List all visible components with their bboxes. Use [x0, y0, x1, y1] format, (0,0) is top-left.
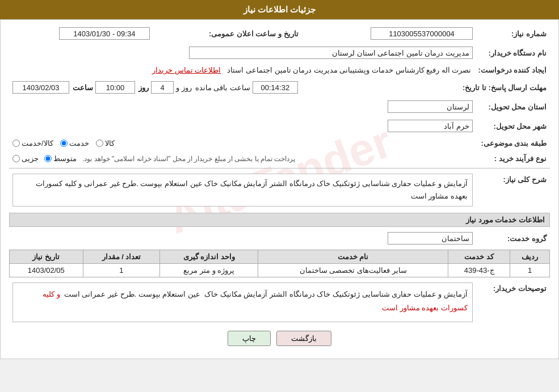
deadline-time: 10:00	[95, 81, 135, 94]
col-header-unit: واحد اندازه گیری	[160, 250, 258, 264]
back-button[interactable]: بازگشت	[276, 331, 331, 346]
col-header-code: کد خدمت	[448, 250, 510, 264]
creator-value: نصرت اله رفیع کارشناس خدمات وپشتیبانی مد…	[227, 66, 471, 74]
province-value: لرستان	[388, 100, 473, 113]
date-value: 1403/01/30 - 09:34	[59, 27, 150, 40]
deadline-days: 4	[151, 81, 174, 94]
purchase-type-motavaset[interactable]: متوسط	[44, 154, 77, 163]
group-label: گروه خدمت:	[476, 230, 550, 246]
page-title: جزئیات اطلاعات نیاز	[243, 5, 316, 14]
purchase-type-label: نوع فرآیند خرید :	[476, 153, 550, 165]
deadline-remaining: 00:14:32	[253, 81, 298, 94]
deadline-remaining-label: ساعت باقی مانده	[195, 83, 250, 92]
creator-label: ایجاد کننده درخواست:	[474, 64, 550, 76]
deadline-label: مهلت ارسال پاسخ: تا تاریخ:	[459, 79, 550, 95]
date-label: تاریخ و ساعت اعلان عمومی:	[153, 26, 316, 41]
deadline-date: 1403/02/03	[12, 81, 69, 94]
cell-name: سایر فعالیت‌های تخصصی ساختمان	[258, 264, 448, 277]
category-radio-group: کالا/خدمت خدمت کالا	[12, 139, 473, 147]
buyer-label: نام دستگاه خریدار:	[476, 45, 550, 61]
category-label: طبقه بندی موضوعی:	[476, 137, 550, 149]
purchase-type-note: پرداخت تمام یا بخشی از مبلغ خریدار از مح…	[82, 155, 295, 163]
cell-qty: 1	[83, 264, 160, 277]
niaaz-number-label: شماره نیاز:	[476, 26, 550, 41]
page-header: جزئیات اطلاعات نیاز	[0, 0, 559, 19]
deadline-time-label: ساعت	[73, 83, 93, 92]
province-label: استان محل تحویل:	[476, 99, 550, 115]
city-label: شهر محل تحویل:	[476, 118, 550, 134]
description-text: آزمایش و عملیات حفاری شناسایی ژئوتکنیک خ…	[12, 174, 473, 206]
deadline-days-unit: روز	[138, 83, 149, 92]
city-value: خرم آباد	[388, 120, 473, 132]
divider-1	[9, 168, 550, 168]
buyer-value: مدیریت درمان تامین اجتماعی استان لرستان	[189, 47, 473, 59]
cell-row: 1	[510, 264, 550, 277]
purchase-type-jozi[interactable]: جزیی	[12, 154, 39, 163]
buyer-desc-text: آزمایش و عملیات حفاری شناسایی ژئوتکنیک خ…	[12, 283, 473, 322]
creator-link[interactable]: اطلاعات تماس خریدار	[152, 66, 221, 74]
col-header-qty: تعداد / مقدار	[83, 250, 160, 264]
services-table: ردیف کد خدمت نام خدمت واحد اندازه گیری ت…	[9, 250, 550, 277]
group-value: ساختمان	[388, 232, 473, 245]
niaaz-number-value: 1103005537000004	[371, 27, 473, 40]
category-option-khadamat[interactable]: خدمت	[60, 139, 89, 147]
description-label: شرح کلی نیاز:	[476, 172, 550, 208]
print-button[interactable]: چاپ	[228, 331, 271, 346]
deadline-days-label: روز و	[176, 83, 192, 92]
category-option-kala-khadamat[interactable]: کالا/خدمت	[12, 139, 53, 147]
table-row: 1 ج-43-439 سایر فعالیت‌های تخصصی ساختمان…	[10, 264, 550, 277]
cell-date: 1403/02/05	[10, 264, 83, 277]
col-header-row: ردیف	[510, 250, 550, 264]
services-section-title: اطلاعات خدمات مورد نیاز	[9, 213, 550, 227]
col-header-name: نام خدمت	[258, 250, 448, 264]
col-header-date: تاریخ نیاز	[10, 250, 83, 264]
cell-unit: پروژه و متر مربع	[160, 264, 258, 277]
buyer-desc-label: توصیحات خریدار:	[476, 281, 550, 324]
category-option-kala[interactable]: کالا	[96, 139, 115, 147]
button-group: بازگشت چاپ	[9, 331, 550, 346]
cell-code: ج-43-439	[448, 264, 510, 277]
